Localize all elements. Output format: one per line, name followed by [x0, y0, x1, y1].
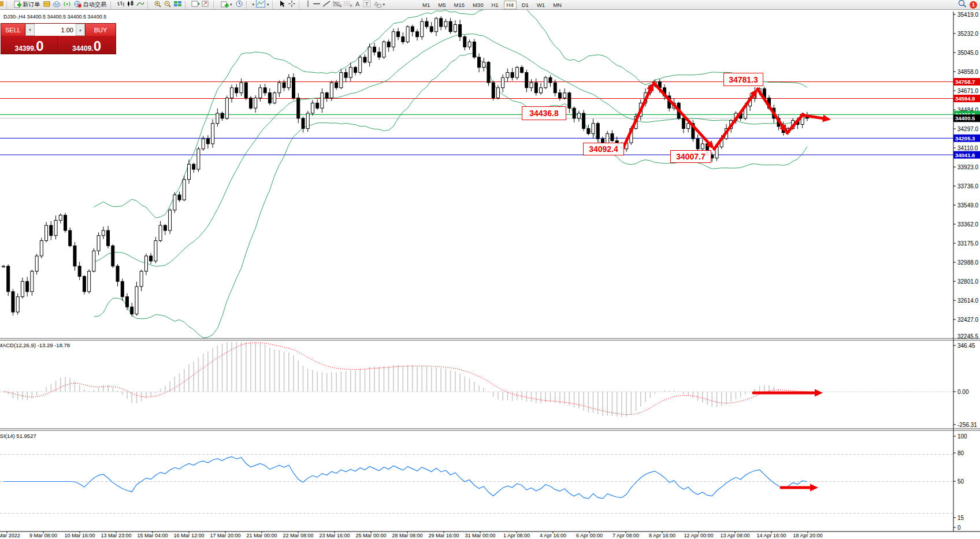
time-axis-label[interactable]: 7 Apr 08:00 — [612, 533, 639, 538]
timeframe-button-h4[interactable]: H4 — [504, 1, 517, 9]
time-axis-label[interactable]: 23 Mar 16:00 — [319, 533, 350, 538]
trend-arrow[interactable] — [758, 89, 783, 127]
candle-body — [164, 225, 166, 231]
template-dropdown[interactable]: ▾ — [253, 2, 255, 7]
time-axis-label[interactable]: 12 Apr 00:00 — [684, 533, 713, 538]
timeframe-button-w1[interactable]: W1 — [534, 1, 548, 9]
candle-body — [206, 139, 209, 144]
add-indicator-dropdown[interactable]: ▾ — [230, 2, 232, 7]
sell-button[interactable]: SELL — [1, 24, 25, 36]
timeframe-button-m30[interactable]: M30 — [470, 1, 486, 9]
fibonacci-fan-tool-icon[interactable]: F — [343, 0, 352, 10]
time-axis-label[interactable]: 22 Mar 08:00 — [283, 533, 313, 538]
time-axis-label[interactable]: 14 Apr 16:00 — [756, 533, 786, 538]
cursor-tool-icon[interactable] — [279, 0, 286, 10]
new-order-button[interactable]: 新订单 — [13, 1, 41, 9]
buy-button[interactable]: BUY — [85, 24, 116, 36]
time-axis-label[interactable]: 16 Mar 12:00 — [173, 533, 204, 538]
candle-body — [144, 256, 147, 271]
time-axis-label[interactable]: 31 Mar 00:00 — [465, 533, 495, 538]
trend-arrow[interactable] — [623, 89, 651, 148]
time-axis-label[interactable]: 13 Apr 08:00 — [720, 533, 749, 538]
gold-box-icon[interactable] — [43, 0, 51, 10]
trendline-tool-icon[interactable] — [322, 0, 331, 10]
shapes-dropdown[interactable]: ▾ — [383, 2, 385, 7]
time-axis-label[interactable]: 15 Mar 04:00 — [137, 533, 168, 538]
time-axis-label[interactable]: 10 Mar 16:00 — [64, 533, 95, 538]
tile-windows-icon[interactable] — [173, 0, 182, 10]
time-axis-label[interactable]: 1 Apr 08:00 — [503, 533, 530, 538]
time-axis-label[interactable]: 21 Mar 00:00 — [246, 533, 277, 538]
chart-mode-dropdown[interactable]: ▾ — [267, 2, 269, 7]
sell-price-display[interactable]: 34399.0 — [1, 36, 58, 54]
candle-body — [492, 83, 495, 98]
timeframe-button-mn[interactable]: MN — [550, 1, 565, 9]
y-axis-label: 32614.0 — [957, 298, 979, 304]
text-label-tool-icon[interactable]: T — [363, 0, 371, 10]
time-axis-label[interactable]: 4 Apr 16:00 — [540, 533, 566, 538]
chart-mode-icon[interactable] — [256, 0, 265, 10]
shapes-tool-button[interactable]: ▾ — [373, 1, 387, 9]
zoom-out-icon[interactable] — [164, 0, 172, 10]
period-clock-icon[interactable] — [235, 0, 243, 10]
y-axis-label: 33362.0 — [957, 221, 979, 228]
auto-trading-button[interactable]: 自动交易 — [73, 1, 107, 9]
trend-arrow[interactable] — [714, 95, 753, 149]
notification-badge[interactable]: 1 — [969, 1, 978, 9]
price-annotation[interactable]: 34092.4 — [583, 143, 624, 155]
horizontal-line-tool-icon[interactable] — [313, 0, 321, 10]
zoom-in-icon[interactable] — [154, 0, 162, 10]
bar-chart-icon[interactable] — [117, 0, 125, 10]
candle-body — [183, 180, 185, 200]
time-axis-label[interactable]: 8 Apr 16:00 — [649, 533, 675, 538]
timeframe-button-m15[interactable]: M15 — [451, 1, 467, 9]
candle-body — [387, 42, 390, 47]
vertical-line-tool-icon[interactable] — [305, 0, 311, 10]
buy-price-display[interactable]: 34409.0 — [58, 36, 116, 54]
volume-increase-button[interactable]: ▲ — [76, 24, 85, 36]
time-axis-label[interactable]: 18 Apr 20:00 — [793, 533, 822, 538]
volume-input[interactable]: 1.00 — [35, 24, 76, 36]
chart-autoscroll-icon[interactable] — [202, 0, 210, 10]
time-axis-label[interactable]: 13 Mar 23:00 — [101, 533, 131, 538]
candle-body — [525, 72, 528, 87]
crosshair-tool-icon[interactable] — [288, 0, 296, 10]
candle-body — [311, 103, 314, 113]
time-axis-label[interactable]: 29 Mar 16:00 — [428, 533, 459, 538]
volume-decrease-button[interactable]: ▼ — [25, 24, 35, 36]
candle-body — [563, 93, 566, 98]
price-annotation[interactable]: 34436.8 — [522, 106, 566, 120]
main-toolbar: 新订单 自动交易 ▾ ▾ ▾ E F A T ▾ M1M5M15M30H1H4D… — [0, 0, 980, 10]
candle-body — [582, 113, 585, 128]
profile-cloud-icon[interactable] — [53, 0, 61, 10]
chart-shift-icon[interactable] — [191, 0, 200, 10]
timeframe-button-m1[interactable]: M1 — [420, 1, 433, 9]
candle-body — [154, 241, 157, 261]
new-order-label: 新订单 — [23, 1, 40, 9]
candle-body — [344, 72, 347, 77]
candle-chart-icon[interactable] — [127, 0, 135, 10]
trend-arrow[interactable] — [654, 83, 710, 144]
timeframe-button-d1[interactable]: D1 — [519, 1, 532, 9]
candle-body — [83, 276, 86, 291]
time-axis-label[interactable]: 25 Mar 00:00 — [355, 533, 386, 538]
auto-trading-label: 自动交易 — [83, 1, 106, 9]
time-axis-label[interactable]: 9 Mar 08:00 — [29, 533, 57, 538]
timeframe-button-h1[interactable]: H1 — [488, 1, 501, 9]
line-chart-icon[interactable] — [136, 0, 144, 10]
price-annotation[interactable]: 34007.7 — [670, 150, 711, 163]
add-indicator-button[interactable]: ▾ — [220, 1, 233, 9]
time-axis-label[interactable]: 28 Mar 08:00 — [392, 533, 422, 538]
chart-surface[interactable]: 35419.035232.035045.034858.034671.034484… — [0, 0, 980, 539]
y-axis-bottom-label: 32245.5 — [957, 333, 979, 340]
price-annotation[interactable]: 34781.3 — [723, 73, 763, 86]
fibonacci-tool-icon[interactable]: E — [332, 0, 341, 10]
timeframe-button-m5[interactable]: M5 — [435, 1, 448, 9]
time-axis-label[interactable]: 7 Mar 2022 — [0, 533, 20, 538]
search-icon[interactable] — [958, 0, 967, 10]
time-axis-label[interactable]: 17 Mar 20:00 — [210, 533, 240, 538]
time-axis-label[interactable]: 6 Apr 00:00 — [576, 533, 603, 538]
text-tool-icon[interactable]: A — [354, 0, 361, 10]
signal-icon[interactable] — [63, 0, 71, 10]
candle-body — [368, 47, 371, 62]
